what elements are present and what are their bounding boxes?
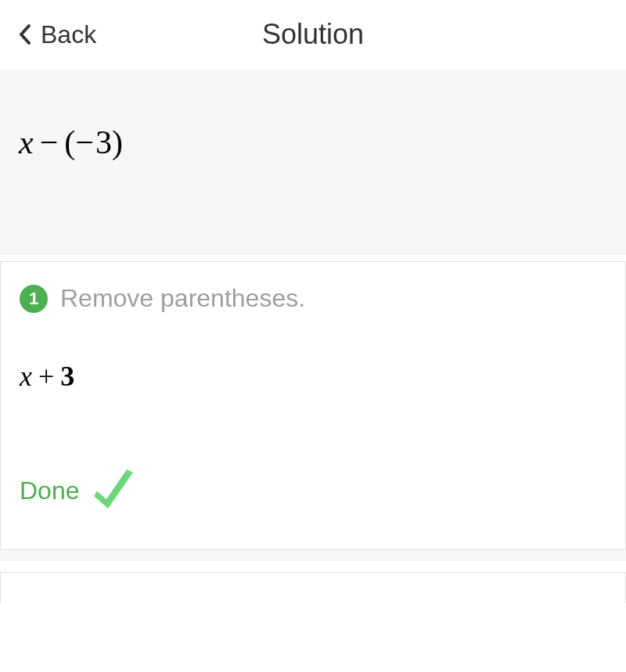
plus-op: +: [38, 361, 54, 392]
paren-close: ): [112, 124, 123, 160]
back-label: Back: [41, 20, 96, 49]
checkmark-icon: [86, 463, 141, 518]
chevron-left-icon: [19, 23, 31, 45]
result-val: 3: [60, 361, 74, 392]
step-result: x+3: [20, 360, 606, 393]
value-3: 3: [95, 124, 112, 160]
step-number-badge: 1: [20, 285, 48, 313]
var-x: x: [19, 124, 34, 160]
result-var: x: [20, 361, 32, 392]
neg-op: −: [75, 124, 94, 160]
problem-section: x−(−3): [0, 69, 626, 255]
done-label: Done: [20, 476, 80, 505]
problem-expression: x−(−3): [19, 124, 607, 161]
spacer: [0, 550, 626, 561]
next-card[interactable]: [0, 572, 626, 603]
header: Back Solution: [0, 0, 626, 69]
done-row: Done: [20, 463, 606, 518]
step-description: Remove parentheses.: [60, 284, 305, 313]
minus-op: −: [40, 124, 59, 160]
step-header: 1 Remove parentheses.: [20, 284, 606, 313]
back-button[interactable]: Back: [19, 20, 96, 49]
paren-open: (: [64, 124, 75, 160]
solution-card: 1 Remove parentheses. x+3 Done: [0, 261, 626, 550]
